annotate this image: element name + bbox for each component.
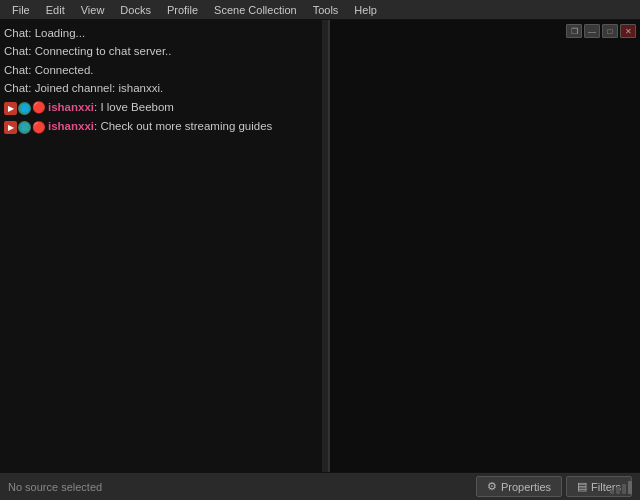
cam-icon-2: ▶ [4, 121, 17, 134]
chat-text-2: Check out more streaming guides [100, 120, 272, 132]
user1-icons: ▶ 🌐 🔴 [4, 99, 46, 117]
chat-message-1: ▶ 🌐 🔴 ishanxxi: I love Beebom [4, 98, 324, 117]
menu-profile[interactable]: Profile [159, 2, 206, 18]
chat-scrollbar[interactable] [322, 20, 328, 472]
chat-line-1: Chat: Loading... [4, 24, 324, 42]
no-source-label: No source selected [8, 481, 472, 493]
bar-3 [622, 484, 626, 494]
bar-1 [610, 490, 614, 494]
menu-tools[interactable]: Tools [305, 2, 347, 18]
chat-line-3: Chat: Connected. [4, 61, 324, 79]
main-area: Chat: Loading... Chat: Connecting to cha… [0, 20, 640, 472]
menu-view[interactable]: View [73, 2, 113, 18]
chat-line-2: Chat: Connecting to chat server.. [4, 42, 324, 60]
sub-icon: 🔴 [32, 99, 46, 117]
bar-4 [628, 481, 632, 494]
restore-button[interactable]: ❐ [566, 24, 582, 38]
chat-message-2: ▶ 🌐 🔴 ishanxxi: Check out more streaming… [4, 117, 324, 136]
close-button[interactable]: ✕ [620, 24, 636, 38]
properties-label: Properties [501, 481, 551, 493]
menu-edit[interactable]: Edit [38, 2, 73, 18]
chat-text-1: I love Beebom [100, 101, 174, 113]
chat-line-4: Chat: Joined channel: ishanxxi. [4, 79, 324, 97]
properties-button[interactable]: Properties [476, 476, 562, 497]
globe-icon-2: 🌐 [18, 121, 31, 134]
window-controls: ❐ — □ ✕ [566, 24, 636, 38]
filter-icon [577, 480, 587, 493]
preview-panel: ❐ — □ ✕ [330, 20, 640, 472]
bar-2 [616, 487, 620, 494]
user2-icons: ▶ 🌐 🔴 [4, 119, 46, 137]
menu-help[interactable]: Help [346, 2, 385, 18]
signal-bars [610, 481, 632, 494]
cam-icon: ▶ [4, 102, 17, 115]
menu-docks[interactable]: Docks [112, 2, 159, 18]
status-bar: No source selected Properties Filters [0, 472, 640, 500]
username-1: ishanxxi [48, 101, 94, 113]
menu-scene-collection[interactable]: Scene Collection [206, 2, 305, 18]
menu-file[interactable]: File [4, 2, 38, 18]
username-2: ishanxxi [48, 120, 94, 132]
minimize-button[interactable]: — [584, 24, 600, 38]
globe-icon: 🌐 [18, 102, 31, 115]
gear-icon [487, 480, 497, 493]
sub-icon-2: 🔴 [32, 119, 46, 137]
chat-panel: Chat: Loading... Chat: Connecting to cha… [0, 20, 330, 472]
menu-bar: File Edit View Docks Profile Scene Colle… [0, 0, 640, 20]
maximize-button[interactable]: □ [602, 24, 618, 38]
